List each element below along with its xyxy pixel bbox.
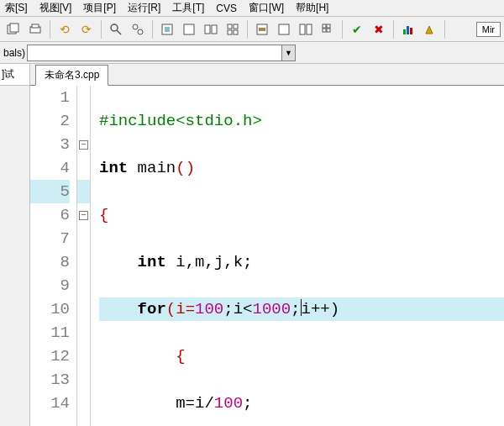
code-line[interactable]: int i,m,j,k;: [99, 250, 504, 274]
svg-rect-28: [410, 28, 412, 34]
profile-icon[interactable]: [398, 19, 418, 39]
cancel-icon[interactable]: ✖: [369, 19, 389, 39]
mir-button[interactable]: Mir: [476, 22, 501, 37]
svg-point-6: [133, 24, 138, 29]
gutter-ln: 10: [30, 297, 70, 321]
fold-column: − −: [77, 86, 91, 426]
find-icon[interactable]: [106, 19, 126, 39]
gutter-ln: 14: [30, 392, 70, 415]
gutter: 1 2 3 4 5 6 7 8 9 10 11 12 13 14: [30, 86, 77, 426]
svg-rect-26: [403, 29, 406, 34]
separator: [101, 20, 102, 39]
step-over-icon[interactable]: [296, 19, 316, 39]
rebuild-icon[interactable]: [223, 19, 243, 39]
scope-row: bals) ▼: [0, 42, 504, 64]
svg-rect-16: [234, 30, 238, 34]
file-tab-active[interactable]: 未命名3.cpp: [35, 65, 108, 86]
code-line-active[interactable]: for(i=100;i<1000;i++): [99, 297, 504, 321]
menu-project[interactable]: 项目[P]: [83, 1, 116, 15]
chevron-down-icon[interactable]: ▼: [281, 45, 295, 60]
svg-rect-24: [323, 29, 326, 32]
separator: [247, 20, 248, 39]
code-line[interactable]: {: [99, 203, 504, 227]
print-icon[interactable]: [25, 19, 45, 39]
svg-rect-27: [407, 26, 409, 34]
clean-icon[interactable]: [420, 19, 440, 39]
svg-point-4: [111, 24, 118, 31]
svg-rect-18: [259, 28, 265, 31]
menu-search[interactable]: 索[S]: [5, 1, 28, 15]
svg-rect-11: [205, 25, 210, 34]
main-panel: 未命名3.cpp 1 2 3 4 5 6 7 8 9 10 11 12 13 1…: [30, 64, 504, 426]
globals-label: bals): [3, 47, 25, 59]
code-line[interactable]: {: [99, 344, 504, 368]
menu-tools[interactable]: 工具[T]: [172, 1, 204, 15]
compile-icon[interactable]: [157, 19, 177, 39]
gutter-ln: 8: [30, 250, 70, 274]
step-icon[interactable]: [274, 19, 294, 39]
gutter-ln: 9: [30, 274, 70, 297]
code-line[interactable]: #include<stdio.h>: [99, 109, 504, 133]
save-all-icon[interactable]: [3, 19, 24, 39]
gutter-ln: 12: [30, 344, 70, 368]
svg-point-7: [138, 29, 143, 34]
redo-icon[interactable]: ⟳: [76, 19, 97, 39]
check-icon[interactable]: ✔: [347, 19, 367, 39]
tabbar: 未命名3.cpp: [30, 64, 504, 86]
svg-rect-19: [279, 24, 289, 34]
left-panel: ]试: [0, 64, 30, 426]
replace-icon[interactable]: [128, 19, 148, 39]
body-area: ]试 未命名3.cpp 1 2 3 4 5 6 7 8 9 10 11 12 1…: [0, 64, 504, 426]
gutter-ln: 7: [30, 227, 70, 250]
separator: [342, 20, 343, 39]
svg-rect-1: [10, 24, 18, 32]
svg-rect-14: [234, 24, 238, 29]
gutter-ln: 11: [30, 321, 70, 344]
separator: [393, 20, 394, 39]
svg-rect-3: [32, 24, 39, 28]
debug-side-tab[interactable]: ]试: [0, 64, 29, 86]
svg-rect-22: [323, 24, 326, 28]
svg-rect-20: [300, 24, 305, 34]
gutter-ln: 2: [30, 109, 70, 133]
svg-rect-21: [307, 24, 312, 34]
code-line[interactable]: int main(): [99, 156, 504, 180]
separator: [50, 20, 50, 39]
debug-icon[interactable]: [252, 19, 272, 39]
separator: [152, 20, 153, 39]
toolbar: ⟲ ⟳ ✔ ✖ Mir: [0, 17, 504, 42]
svg-rect-9: [165, 27, 170, 32]
code-editor[interactable]: 1 2 3 4 5 6 7 8 9 10 11 12 13 14 −: [30, 86, 504, 426]
fold-toggle-icon[interactable]: −: [79, 140, 88, 150]
compile-run-icon[interactable]: [201, 19, 221, 39]
gutter-ln: 13: [30, 368, 70, 392]
gutter-ln: 3: [30, 133, 70, 156]
svg-rect-25: [327, 29, 330, 32]
menu-help[interactable]: 帮助[H]: [296, 1, 328, 15]
menu-cvs[interactable]: CVS: [216, 3, 237, 14]
svg-rect-23: [327, 24, 330, 28]
svg-rect-12: [212, 25, 217, 34]
run-icon[interactable]: [179, 19, 199, 39]
scope-combo[interactable]: ▼: [27, 45, 296, 61]
fold-toggle-icon[interactable]: −: [79, 211, 88, 220]
code-area[interactable]: #include<stdio.h> int main() { int i,m,j…: [91, 86, 504, 426]
gutter-ln: 6: [30, 203, 70, 227]
svg-rect-13: [228, 24, 232, 29]
svg-line-5: [117, 30, 121, 34]
menu-run[interactable]: 运行[R]: [128, 1, 160, 15]
undo-icon[interactable]: ⟲: [55, 19, 75, 39]
svg-rect-15: [228, 30, 232, 34]
separator: [444, 20, 445, 39]
menu-view[interactable]: 视图[V]: [39, 1, 72, 15]
grid-icon[interactable]: [318, 19, 338, 39]
gutter-ln: 1: [30, 86, 70, 109]
gutter-ln: 4: [30, 156, 70, 180]
svg-rect-10: [184, 24, 194, 34]
code-line[interactable]: m=i/100;: [99, 392, 504, 415]
gutter-ln: 5: [30, 180, 70, 203]
menu-window[interactable]: 窗口[W]: [249, 1, 284, 15]
menubar: 索[S] 视图[V] 项目[P] 运行[R] 工具[T] CVS 窗口[W] 帮…: [0, 0, 504, 17]
